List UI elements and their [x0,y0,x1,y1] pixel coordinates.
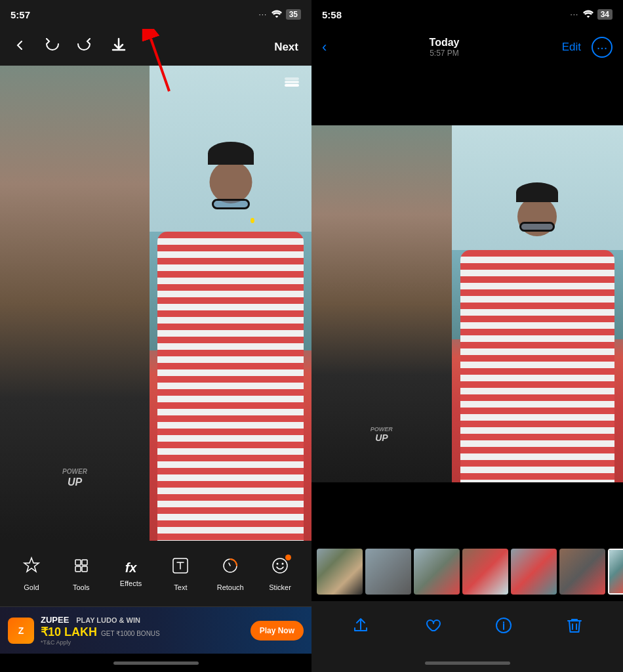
back-button[interactable] [13,39,26,56]
sticker-label: Sticker [269,583,291,591]
text-icon [171,556,190,579]
next-button[interactable]: Next [274,41,298,54]
svg-rect-7 [75,566,81,572]
text-label: Text [174,583,187,591]
right-panel: 5:58 ··· 34 ‹ Today 5:57 PM Edit ··· [312,0,623,672]
thumbnail-4[interactable] [462,549,508,595]
undo-button[interactable] [45,38,59,56]
ad-amount: ₹10 LAKH [41,625,97,639]
right-photo-collage-left: POWER UP [312,125,452,483]
right-toolbar-actions: Edit ··· [562,37,613,58]
retouch-label: Retouch [217,583,244,591]
left-dots-menu: ··· [259,12,268,18]
right-battery: 34 [597,9,613,20]
right-home-bar [425,662,510,665]
svg-point-11 [273,558,287,573]
tool-text[interactable]: Text [164,556,197,591]
sticker-notification-dot [285,555,291,560]
tool-tools[interactable]: Tools [65,556,98,591]
right-wifi-icon [583,10,593,20]
right-photo-collage-right [452,125,623,483]
thumbnail-7[interactable] [608,549,623,595]
ad-banner[interactable]: Z ZUPEE PLAY LUDO & WIN ₹10 LAKH GET ₹10… [0,606,312,654]
redo-button[interactable] [77,38,92,56]
left-top-toolbar: Next [0,29,312,66]
svg-point-12 [277,562,279,564]
tool-gold[interactable]: Gold [15,556,48,591]
favorite-button[interactable] [423,616,441,639]
left-battery: 35 [286,9,301,20]
svg-rect-6 [82,560,87,565]
today-label: Today [430,37,460,49]
svg-point-13 [282,562,284,564]
ad-terms: *T&C Apply [41,639,244,646]
photo-right [150,66,312,541]
svg-rect-4 [285,84,299,87]
right-home-indicator [312,654,623,672]
thumbnail-2[interactable] [365,549,411,595]
tool-sticker[interactable]: Sticker [264,556,296,591]
thumbnail-1[interactable] [317,549,363,595]
right-top-toolbar: ‹ Today 5:57 PM Edit ··· [312,29,623,66]
time-label: 5:57 PM [430,49,459,58]
play-now-button[interactable]: Play Now [251,621,304,640]
thumbnail-strip[interactable] [312,542,623,601]
svg-rect-5 [75,560,81,565]
ad-bonus: GET ₹1000 BONUS [101,630,160,637]
svg-rect-8 [82,566,87,572]
effects-icon: fx [125,560,137,576]
left-status-bar: 5:57 ··· 35 [0,0,312,29]
ad-logo: Z [8,618,34,644]
layers-button[interactable] [283,72,301,94]
left-image-area: POWER UP [0,66,312,541]
left-wifi-icon [271,10,282,20]
tool-effects[interactable]: fx Effects [115,560,148,587]
svg-rect-3 [285,81,299,83]
delete-button[interactable] [566,616,583,639]
right-toolbar-center: Today 5:57 PM [430,37,460,58]
bottom-actions-bar [312,601,623,654]
gold-label: Gold [24,583,39,591]
left-time: 5:57 [10,9,30,20]
info-button[interactable] [494,616,513,639]
retouch-icon [221,556,239,579]
share-button[interactable] [352,616,370,639]
right-time: 5:58 [322,9,342,20]
bottom-toolbar: Gold Tools fx Effects [0,541,312,606]
thumbnail-6[interactable] [559,549,605,595]
right-image-area: POWER UP [312,66,623,542]
right-dots-menu: ··· [571,12,579,18]
thumbnail-3[interactable] [414,549,460,595]
more-button[interactable]: ··· [592,37,613,58]
right-back-button[interactable]: ‹ [322,39,327,56]
tool-retouch[interactable]: Retouch [214,556,247,591]
tools-label: Tools [73,583,90,591]
left-home-indicator [0,654,312,672]
ad-text: ZUPEE PLAY LUDO & WIN ₹10 LAKH GET ₹1000… [41,615,244,646]
photo-left: POWER UP [0,66,150,541]
left-home-bar [113,662,199,665]
sticker-icon [271,556,289,579]
thumbnail-5[interactable] [511,549,557,595]
right-status-bar: 5:58 ··· 34 [312,0,623,29]
gold-icon [22,556,41,579]
download-button[interactable] [110,37,127,58]
edit-button[interactable]: Edit [562,41,581,54]
photo-collage: POWER UP [0,66,312,541]
svg-rect-2 [285,77,299,80]
right-photo-display: POWER UP [312,125,623,483]
ad-title: ZUPEE PLAY LUDO & WIN [41,615,244,625]
tools-icon [72,556,90,579]
left-panel: 5:57 ··· 35 [0,0,312,672]
effects-label: Effects [120,579,142,587]
